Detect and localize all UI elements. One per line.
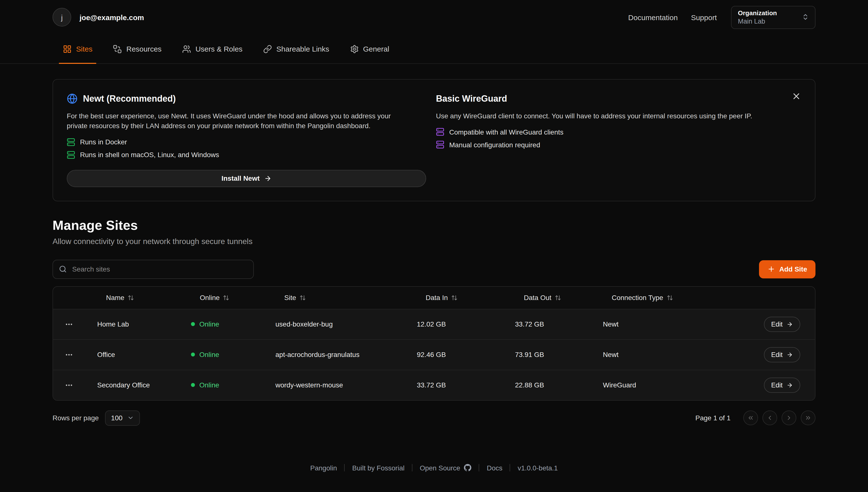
page-subtitle: Allow connectivity to your network throu… [52, 237, 816, 246]
data-in: 92.46 GB [404, 351, 502, 359]
users-icon [182, 45, 191, 53]
tab-users-roles[interactable]: Users & Roles [177, 34, 247, 63]
last-page-button[interactable] [801, 411, 816, 425]
footer-divider [412, 464, 413, 471]
footer-docs[interactable]: Docs [487, 464, 502, 472]
install-newt-button[interactable]: Install Newt [67, 170, 426, 187]
row-menu-icon[interactable] [61, 347, 76, 362]
server-icon [436, 128, 444, 136]
github-icon [464, 464, 472, 471]
data-in: 12.02 GB [404, 320, 502, 328]
wireguard-description: Use any WireGuard client to connect. You… [436, 111, 772, 121]
site-name: Secondary Office [84, 381, 178, 389]
nav-support[interactable]: Support [691, 13, 717, 21]
server-icon [67, 138, 75, 146]
footer: Pangolin Built by Fossorial Open Source … [0, 464, 868, 472]
footer-pangolin[interactable]: Pangolin [310, 464, 337, 472]
wireguard-feature-label: Compatible with all WireGuard clients [449, 128, 563, 136]
tab-shareable-links-label: Shareable Links [276, 45, 329, 53]
footer-version: v1.0.0-beta.1 [518, 464, 558, 472]
data-in: 33.72 GB [404, 381, 502, 389]
rows-per-page-select[interactable]: 100 [105, 410, 140, 425]
online-dot [191, 383, 195, 387]
table-row: Secondary Office Online wordy-western-mo… [53, 370, 815, 400]
search-sites-box [52, 260, 254, 279]
edit-button[interactable]: Edit [764, 377, 800, 393]
table-controls: Add Site [52, 260, 816, 279]
page-title: Manage Sites [52, 218, 816, 233]
next-page-button[interactable] [782, 411, 796, 425]
search-icon [59, 265, 67, 273]
tab-sites[interactable]: Sites [58, 34, 97, 63]
search-input[interactable] [71, 265, 247, 273]
chevron-down-icon [127, 414, 134, 421]
data-out: 22.88 GB [502, 381, 590, 389]
online-dot [191, 352, 195, 356]
connection-type: Newt [590, 320, 743, 328]
site-slug: used-boxelder-bug [263, 320, 404, 328]
connection-methods-card: Newt (Recommended) For the best user exp… [52, 79, 816, 201]
status-badge: Online [178, 351, 263, 359]
tab-resources[interactable]: Resources [108, 34, 167, 63]
table-row: Home Lab Online used-boxelder-bug 12.02 … [53, 309, 815, 340]
footer-built-by[interactable]: Built by Fossorial [352, 464, 404, 472]
user-email: joe@example.com [79, 13, 144, 21]
column-header-site[interactable]: Site [263, 294, 404, 301]
connection-type: Newt [590, 351, 743, 359]
chevrons-up-down-icon [802, 13, 809, 21]
org-selector[interactable]: Organization Main Lab [731, 6, 816, 29]
column-header-data-in[interactable]: Data In [404, 294, 502, 301]
combine-icon [113, 45, 122, 53]
edit-button[interactable]: Edit [764, 347, 800, 362]
column-header-online[interactable]: Online [178, 294, 263, 301]
newt-feature: Runs in shell on macOS, Linux, and Windo… [67, 150, 426, 159]
avatar[interactable]: j [52, 8, 71, 26]
newt-description: For the best user experience, use Newt. … [67, 111, 411, 131]
sort-icon [299, 294, 306, 301]
tab-users-roles-label: Users & Roles [195, 45, 243, 53]
top-header: j joe@example.com Documentation Support … [0, 0, 868, 34]
sort-icon [555, 294, 561, 301]
close-icon[interactable] [790, 89, 803, 103]
org-selector-label: Organization [738, 9, 795, 17]
server-icon [436, 141, 444, 149]
chevrons-left-icon [747, 414, 754, 421]
first-page-button[interactable] [743, 411, 758, 425]
add-site-button[interactable]: Add Site [759, 260, 816, 278]
nav-documentation[interactable]: Documentation [628, 13, 678, 21]
arrow-right-icon [787, 321, 793, 327]
sort-icon [223, 294, 229, 301]
site-name: Home Lab [84, 320, 178, 328]
gear-icon [350, 45, 358, 53]
arrow-right-icon [787, 351, 793, 358]
row-menu-icon[interactable] [61, 317, 76, 331]
edit-button[interactable]: Edit [764, 317, 800, 332]
sort-icon [128, 294, 134, 301]
column-header-connection-type[interactable]: Connection Type [590, 294, 743, 301]
org-selector-value: Main Lab [738, 18, 795, 25]
server-icon [67, 150, 75, 159]
footer-divider [344, 464, 345, 471]
install-newt-label: Install Newt [221, 174, 260, 182]
chevron-left-icon [766, 414, 773, 421]
add-site-label: Add Site [779, 265, 807, 273]
column-header-name[interactable]: Name [84, 294, 178, 301]
column-header-data-out[interactable]: Data Out [502, 294, 590, 301]
tab-general[interactable]: General [345, 34, 394, 63]
prev-page-button[interactable] [763, 411, 777, 425]
arrow-right-icon [264, 175, 272, 182]
page-buttons [743, 411, 816, 425]
site-slug: apt-acrochordus-granulatus [263, 351, 404, 359]
data-out: 73.91 GB [502, 351, 590, 359]
footer-open-source[interactable]: Open Source [420, 464, 472, 472]
wireguard-section: Basic WireGuard Use any WireGuard client… [436, 92, 801, 187]
globe-icon [67, 93, 78, 104]
wireguard-feature: Compatible with all WireGuard clients [436, 128, 772, 136]
tab-shareable-links[interactable]: Shareable Links [258, 34, 334, 63]
pangolin-dashboard: j joe@example.com Documentation Support … [0, 0, 868, 492]
grid-icon [63, 45, 72, 53]
row-menu-icon[interactable] [61, 378, 76, 392]
wireguard-title: Basic WireGuard [436, 94, 507, 104]
sort-icon [451, 294, 457, 301]
wireguard-features: Compatible with all WireGuard clients Ma… [436, 128, 772, 149]
